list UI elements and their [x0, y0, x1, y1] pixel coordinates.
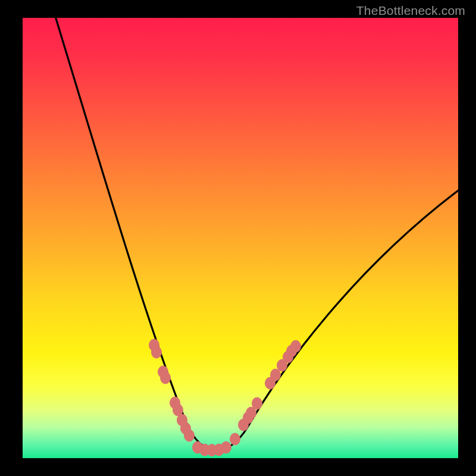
v-curve-line: [54, 18, 458, 450]
curve-marker: [252, 397, 262, 409]
curve-marker: [161, 372, 171, 384]
chart-frame: TheBottleneck.com: [0, 0, 476, 476]
curve-layer: [23, 18, 458, 458]
watermark-text: TheBottleneck.com: [356, 4, 465, 18]
curve-marker: [271, 369, 281, 381]
curve-marker: [184, 430, 195, 441]
curve-marker: [230, 433, 240, 445]
curve-marker: [221, 441, 231, 453]
curve-marker: [152, 346, 162, 358]
curve-marker: [291, 340, 301, 352]
plot-area: [23, 18, 458, 458]
marker-group: [149, 339, 301, 456]
